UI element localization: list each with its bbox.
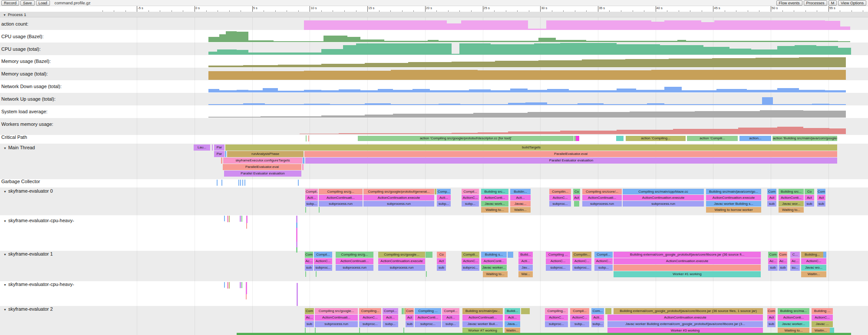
trace-event-block[interactable] <box>574 201 579 207</box>
trace-event-block[interactable]: subprocess.run <box>378 265 425 271</box>
trace-event-block[interactable]: Ac... <box>779 258 787 264</box>
trace-event-block[interactable]: Building src... <box>481 189 508 194</box>
trace-event-block[interactable]: action... <box>739 136 771 141</box>
trace-event-block[interactable]: ActionC... <box>545 315 568 321</box>
trace-event-sliver[interactable] <box>229 216 230 222</box>
trace-event-block[interactable]: Waitin... <box>801 271 826 277</box>
trace-event-block[interactable]: subp... <box>437 201 451 207</box>
trace-event-sliver[interactable] <box>240 180 241 186</box>
trace-event-block[interactable]: subprocess.run <box>336 265 373 271</box>
trace-event-block[interactable]: Javac... <box>510 201 531 207</box>
trace-event-block[interactable]: ActionC... <box>359 315 381 321</box>
thread-label-skyframe-evaluator-cpu-heavy-2[interactable]: ▼skyframe-evaluator-cpu-heavy- <box>1 282 74 287</box>
trace-event-block[interactable]: ActionConti... <box>415 315 441 321</box>
trace-event-block[interactable]: sub <box>779 265 787 271</box>
trace-event-block[interactable]: Acti... <box>591 315 604 321</box>
trace-event-sliver[interactable] <box>244 180 245 186</box>
load-button[interactable]: Load <box>36 0 50 6</box>
trace-event-block[interactable]: Acti... <box>437 195 451 200</box>
trace-event-sliver[interactable] <box>241 282 242 288</box>
trace-event-block[interactable]: buildTargets <box>225 145 837 151</box>
trace-event-block[interactable]: Act <box>805 195 814 200</box>
trace-event-block[interactable] <box>435 189 436 194</box>
trace-event-block[interactable]: action 'Compili... <box>687 136 738 141</box>
trace-event-block[interactable]: Parallel Evaluator evaluation <box>224 171 301 177</box>
trace-event-block[interactable]: Building external/com_google_protobuf/ja… <box>614 308 763 314</box>
trace-event-block[interactable]: Javac ... <box>812 321 833 327</box>
trace-event-sliver[interactable] <box>242 180 243 186</box>
trace-event-block[interactable] <box>303 158 304 164</box>
thread-label-skyframe-evaluator-2[interactable]: ▼skyframe-evaluator 2 <box>1 306 53 312</box>
trace-event-block[interactable]: Building external/com_google_protobuf/ja… <box>614 252 761 258</box>
trace-event-sliver[interactable] <box>306 135 307 141</box>
trace-event-sliver[interactable] <box>227 216 228 222</box>
trace-event-sliver[interactable] <box>224 282 225 288</box>
trace-event-block[interactable]: Acti... <box>518 258 533 264</box>
trace-event-block[interactable]: Java... <box>505 321 520 327</box>
trace-event-block[interactable]: Act <box>817 195 825 200</box>
trace-event-block[interactable] <box>225 151 226 157</box>
trace-event-block[interactable]: Javac worker... <box>481 265 507 271</box>
trace-event-sliver[interactable] <box>246 294 247 299</box>
trace-event-block[interactable]: ActionC... <box>546 258 570 264</box>
trace-event-sliver[interactable] <box>246 282 247 294</box>
trace-event-block[interactable]: sub <box>437 265 446 271</box>
trace-event-block[interactable]: ActionC... <box>462 195 479 200</box>
trace-event-block[interactable]: ActionContinuation.execute <box>706 195 761 200</box>
trace-event-block[interactable] <box>508 252 513 258</box>
trace-event-block[interactable]: Waiting to... <box>481 207 508 213</box>
trace-event-block[interactable]: Javac worker Building external/com_googl… <box>607 321 763 327</box>
trace-event-block[interactable]: Act <box>573 195 580 200</box>
trace-event-block[interactable]: Par <box>214 151 224 157</box>
trace-event-block[interactable]: Acti... <box>305 195 318 200</box>
trace-event-block[interactable]: Comp... <box>437 189 451 194</box>
trace-event-block[interactable]: subp... <box>462 201 479 207</box>
trace-event-block[interactable]: ActionContinuati... <box>319 195 363 200</box>
trace-event-block[interactable]: Worker #1 working <box>614 271 761 277</box>
trace-event-block[interactable]: ActionConti... <box>778 315 809 321</box>
trace-event-block[interactable]: sub <box>817 201 825 207</box>
trace-event-sliver[interactable] <box>319 207 320 213</box>
trace-event-block[interactable]: ActionC... <box>812 315 833 321</box>
trace-event-block[interactable]: Com <box>767 189 776 194</box>
trace-event-sliver[interactable] <box>296 247 297 253</box>
trace-event-block[interactable]: Com <box>305 308 314 314</box>
trace-event-sliver[interactable] <box>297 283 298 306</box>
trace-event-block[interactable]: Lau... <box>194 145 210 151</box>
trace-event-block[interactable]: Compiling ... <box>546 252 570 258</box>
trace-event-block[interactable]: subproc... <box>572 265 591 271</box>
trace-event-block[interactable] <box>426 252 432 258</box>
trace-event-sliver[interactable] <box>238 180 239 186</box>
trace-event-block[interactable]: ActionC... <box>314 258 332 264</box>
trace-event-block[interactable]: runAnalysisPhase <box>227 151 304 157</box>
trace-event-block[interactable]: Acti... <box>510 195 531 200</box>
trace-event-block[interactable]: subp... <box>305 201 318 207</box>
trace-event-block[interactable]: Compiling... <box>545 308 568 314</box>
trace-event-block[interactable] <box>823 252 826 258</box>
trace-event-sliver[interactable] <box>224 216 225 221</box>
trace-event-block[interactable]: Javac worker Building s... <box>706 201 761 207</box>
trace-event-block[interactable] <box>576 136 579 141</box>
timeline-ruler[interactable]: -5 s0 s5 s10 s15 s20 s25 s30 s35 s40 s45… <box>0 6 868 12</box>
trace-event-block[interactable]: subprocess.run <box>363 201 434 207</box>
trace-event-block[interactable]: Building src/ma... <box>778 308 809 314</box>
trace-event-block[interactable]: sub <box>406 321 414 327</box>
trace-event-block[interactable]: Com <box>817 189 825 194</box>
trace-event-block[interactable]: ActionContinuati... <box>582 195 622 200</box>
trace-event-block[interactable]: Compiling ... <box>415 308 441 314</box>
trace-event-block[interactable]: su... <box>790 265 800 271</box>
trace-event-block[interactable]: ActionContinuati... <box>462 315 503 321</box>
trace-event-block[interactable]: sub <box>805 201 814 207</box>
trace-event-block[interactable]: Compiling src/g... <box>319 189 363 194</box>
trace-event-block[interactable]: Compil... <box>442 308 459 314</box>
trace-event-block[interactable] <box>605 308 611 314</box>
flow-events-button[interactable]: Flow events <box>776 0 802 6</box>
trace-event-block[interactable]: ActionC... <box>572 258 591 264</box>
trace-event-block[interactable]: Javac worker Buil... <box>462 321 503 327</box>
trace-event-block[interactable]: ActionC... <box>570 315 589 321</box>
trace-event-block[interactable]: Building src/main/java/com/go... <box>706 189 761 194</box>
trace-event-block[interactable]: Building ... <box>812 308 833 314</box>
trace-event-sliver[interactable] <box>296 242 297 247</box>
trace-event-block[interactable]: Co <box>805 189 814 194</box>
trace-event-sliver[interactable] <box>246 223 247 229</box>
